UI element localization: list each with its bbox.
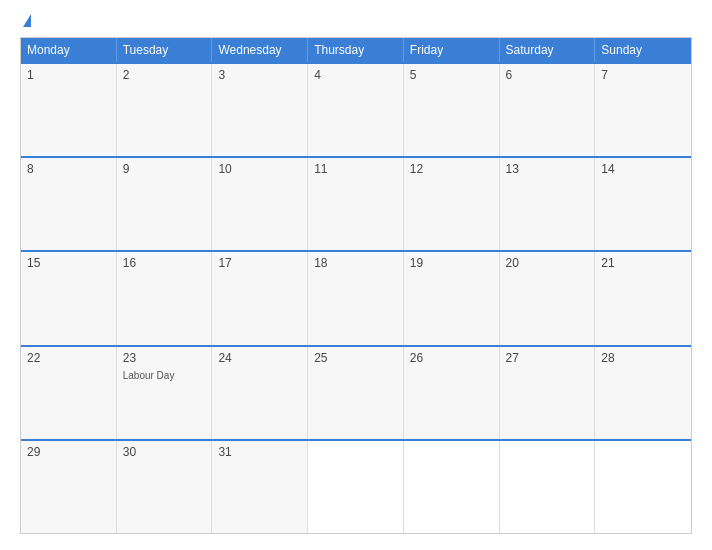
day-cell: 25	[308, 347, 404, 439]
column-headers: MondayTuesdayWednesdayThursdayFridaySatu…	[21, 38, 691, 62]
week-row-1: 1234567	[21, 62, 691, 156]
column-header-friday: Friday	[404, 38, 500, 62]
day-number: 3	[218, 68, 301, 82]
day-number: 1	[27, 68, 110, 82]
day-number: 8	[27, 162, 110, 176]
day-cell: 3	[212, 64, 308, 156]
day-number: 28	[601, 351, 685, 365]
day-number: 7	[601, 68, 685, 82]
day-cell: 8	[21, 158, 117, 250]
day-cell: 26	[404, 347, 500, 439]
day-cell: 16	[117, 252, 213, 344]
day-cell: 22	[21, 347, 117, 439]
week-row-4: 2223Labour Day2425262728	[21, 345, 691, 439]
day-cell: 1	[21, 64, 117, 156]
day-cell: 5	[404, 64, 500, 156]
day-cell: 23Labour Day	[117, 347, 213, 439]
day-cell: 13	[500, 158, 596, 250]
day-cell: 24	[212, 347, 308, 439]
day-number: 12	[410, 162, 493, 176]
day-cell: 31	[212, 441, 308, 533]
day-cell: 9	[117, 158, 213, 250]
day-cell: 17	[212, 252, 308, 344]
day-number: 10	[218, 162, 301, 176]
column-header-saturday: Saturday	[500, 38, 596, 62]
week-row-5: 293031	[21, 439, 691, 533]
day-cell: 19	[404, 252, 500, 344]
day-cell: 6	[500, 64, 596, 156]
day-cell: 30	[117, 441, 213, 533]
day-cell: 7	[595, 64, 691, 156]
day-cell	[308, 441, 404, 533]
day-number: 20	[506, 256, 589, 270]
day-number: 21	[601, 256, 685, 270]
day-cell: 28	[595, 347, 691, 439]
day-number: 30	[123, 445, 206, 459]
day-number: 22	[27, 351, 110, 365]
day-number: 4	[314, 68, 397, 82]
day-cell: 27	[500, 347, 596, 439]
day-number: 9	[123, 162, 206, 176]
day-number: 6	[506, 68, 589, 82]
day-number: 16	[123, 256, 206, 270]
day-cell: 18	[308, 252, 404, 344]
day-number: 17	[218, 256, 301, 270]
calendar-page: MondayTuesdayWednesdayThursdayFridaySatu…	[0, 0, 712, 550]
day-number: 23	[123, 351, 206, 365]
day-number: 13	[506, 162, 589, 176]
day-number: 11	[314, 162, 397, 176]
day-cell: 12	[404, 158, 500, 250]
column-header-thursday: Thursday	[308, 38, 404, 62]
weeks-container: 1234567891011121314151617181920212223Lab…	[21, 62, 691, 533]
logo	[20, 16, 31, 27]
day-cell: 10	[212, 158, 308, 250]
day-cell: 29	[21, 441, 117, 533]
day-number: 31	[218, 445, 301, 459]
day-number: 14	[601, 162, 685, 176]
day-cell	[404, 441, 500, 533]
day-number: 24	[218, 351, 301, 365]
week-row-2: 891011121314	[21, 156, 691, 250]
logo-triangle-icon	[23, 14, 31, 27]
day-cell: 2	[117, 64, 213, 156]
day-number: 2	[123, 68, 206, 82]
day-cell: 20	[500, 252, 596, 344]
column-header-monday: Monday	[21, 38, 117, 62]
day-cell: 15	[21, 252, 117, 344]
week-row-3: 15161718192021	[21, 250, 691, 344]
column-header-wednesday: Wednesday	[212, 38, 308, 62]
day-number: 25	[314, 351, 397, 365]
day-cell: 11	[308, 158, 404, 250]
day-number: 29	[27, 445, 110, 459]
day-number: 5	[410, 68, 493, 82]
day-number: 19	[410, 256, 493, 270]
day-number: 27	[506, 351, 589, 365]
column-header-tuesday: Tuesday	[117, 38, 213, 62]
day-event: Labour Day	[123, 369, 206, 382]
day-cell	[595, 441, 691, 533]
day-number: 18	[314, 256, 397, 270]
day-cell: 21	[595, 252, 691, 344]
day-cell: 4	[308, 64, 404, 156]
day-number: 26	[410, 351, 493, 365]
day-cell	[500, 441, 596, 533]
column-header-sunday: Sunday	[595, 38, 691, 62]
day-cell: 14	[595, 158, 691, 250]
header	[20, 16, 692, 27]
calendar-grid: MondayTuesdayWednesdayThursdayFridaySatu…	[20, 37, 692, 534]
day-number: 15	[27, 256, 110, 270]
